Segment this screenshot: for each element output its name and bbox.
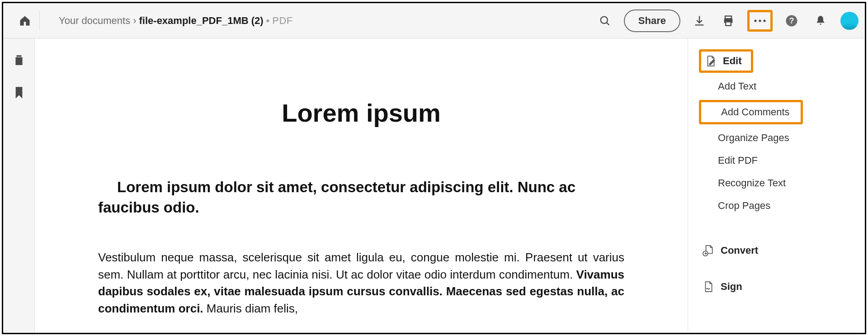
convert-icon: [703, 245, 714, 256]
svg-rect-4: [726, 22, 731, 25]
notifications-button[interactable]: [811, 11, 830, 31]
download-icon: [693, 14, 706, 27]
breadcrumb: Your documents › file-example_PDF_1MB (2…: [59, 15, 293, 27]
toolbar-divider: [39, 11, 40, 31]
edit-highlight: Edit: [699, 49, 753, 73]
help-icon: ?: [785, 14, 798, 28]
sign-section[interactable]: Sign: [699, 276, 852, 297]
print-icon: [722, 14, 735, 27]
edit-label: Edit: [723, 55, 742, 67]
svg-line-1: [607, 22, 609, 25]
svg-rect-2: [725, 16, 731, 19]
breadcrumb-filetype: PDF: [272, 15, 293, 27]
bookmarks-button[interactable]: [10, 84, 28, 102]
thumbnails-button[interactable]: [10, 51, 28, 69]
help-button[interactable]: ?: [782, 11, 802, 31]
tool-add-comments[interactable]: Add Comments: [702, 103, 798, 121]
doc-subheading: Lorem ipsum dolor sit amet, consectetur …: [98, 177, 624, 218]
sign-icon: [703, 281, 714, 293]
search-button[interactable]: [595, 11, 615, 31]
left-rail: [3, 38, 35, 333]
breadcrumb-filename: file-example_PDF_1MB (2): [139, 15, 264, 27]
convert-label: Convert: [721, 245, 758, 256]
tool-recognize-text[interactable]: Recognize Text: [699, 174, 852, 192]
svg-point-6: [759, 19, 761, 22]
bell-icon: [815, 15, 826, 27]
bookmark-icon: [14, 87, 24, 99]
share-label: Share: [638, 15, 666, 27]
more-actions-highlight: [747, 10, 773, 32]
doc-paragraph: Vestibulum neque massa, scelerisque sit …: [98, 249, 624, 317]
edit-section[interactable]: Edit: [702, 52, 748, 70]
document-page: Lorem ipsum Lorem ipsum dolor sit amet, …: [35, 38, 688, 317]
svg-text:?: ?: [789, 16, 794, 25]
account-avatar[interactable]: [840, 11, 859, 31]
edit-pdf-icon: [705, 55, 717, 67]
tool-crop-pages[interactable]: Crop Pages: [699, 197, 852, 215]
tool-add-text[interactable]: Add Text: [699, 77, 852, 95]
home-icon: [19, 14, 31, 27]
tools-panel: Edit Add Text Add Comments Organize Page…: [688, 38, 865, 333]
chevron-right-icon: ›: [133, 15, 136, 27]
svg-point-7: [763, 19, 765, 22]
document-viewport[interactable]: Lorem ipsum Lorem ipsum dolor sit amet, …: [35, 38, 688, 333]
top-actions: Share ?: [595, 9, 859, 32]
svg-point-5: [754, 19, 756, 22]
doc-para-text-2: Mauris diam felis,: [203, 302, 298, 315]
svg-point-0: [601, 16, 608, 23]
breadcrumb-location[interactable]: Your documents: [59, 15, 130, 27]
ellipsis-icon: [753, 19, 767, 23]
tool-organize-pages[interactable]: Organize Pages: [699, 129, 852, 147]
home-button[interactable]: [15, 11, 35, 31]
avatar-icon: [840, 12, 859, 30]
print-button[interactable]: [718, 11, 738, 31]
more-actions-button[interactable]: [751, 13, 769, 28]
doc-para-text-1: Vestibulum neque massa, scelerisque sit …: [98, 251, 624, 281]
tool-edit-pdf[interactable]: Edit PDF: [699, 151, 852, 170]
search-icon: [599, 14, 611, 27]
sign-label: Sign: [721, 281, 742, 293]
add-comments-highlight: Add Comments: [699, 100, 803, 124]
breadcrumb-dot: •: [266, 15, 270, 27]
convert-section[interactable]: Convert: [699, 240, 852, 261]
pages-icon: [13, 54, 25, 66]
doc-title: Lorem ipsum: [98, 98, 624, 128]
download-button[interactable]: [689, 11, 709, 31]
top-toolbar: Your documents › file-example_PDF_1MB (2…: [3, 3, 865, 38]
share-button[interactable]: Share: [624, 9, 680, 32]
